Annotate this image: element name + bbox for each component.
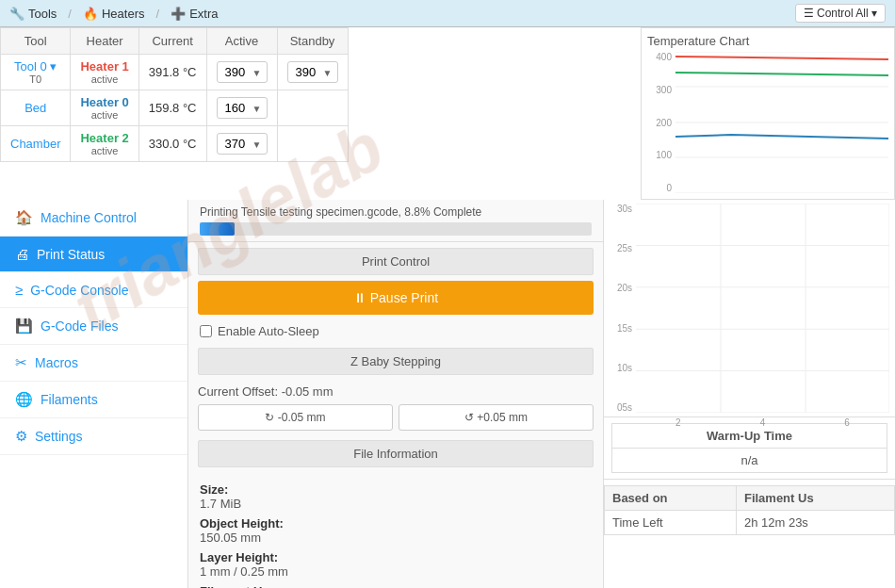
auto-sleep-row: Enable Auto-Sleep xyxy=(188,320,603,342)
pause-print-button[interactable]: ⏸ Pause Print xyxy=(198,281,594,315)
sidebar-item-gcode-files[interactable]: 💾 G-Code Files xyxy=(0,308,187,345)
file-info-header: File Information xyxy=(198,440,594,467)
main-wrapper: 🔧 Tools / 🔥 Heaters / ➕ Extra ☰ Control … xyxy=(0,0,895,588)
size-label: Size: xyxy=(200,482,592,497)
current-offset-label: Current Offset: -0.05 mm xyxy=(198,384,594,399)
tools-icon: 🔧 xyxy=(9,7,24,21)
time-left-value: 2h 12m 23s xyxy=(736,511,894,535)
col-current: Current xyxy=(138,28,206,55)
file-info-section: Size: 1.7 MiB Object Height: 150.05 mm L… xyxy=(188,473,603,588)
auto-sleep-checkbox[interactable] xyxy=(200,325,212,337)
heaters-icon: 🔥 xyxy=(83,7,98,21)
filament-usage-label: Filament Usage: xyxy=(200,584,592,588)
heater-1-status: active xyxy=(80,74,128,85)
active-select-1[interactable]: 160 xyxy=(217,97,268,119)
x-axis-labels: 2 4 6 xyxy=(636,416,889,430)
temp-chart-panel: Temperature Chart 400 300 200 100 0 xyxy=(641,27,895,200)
top-toolbar: 🔧 Tools / 🔥 Heaters / ➕ Extra ☰ Control … xyxy=(0,0,895,27)
print-status-bar: Printing Tensile testing specimen.gcode,… xyxy=(188,200,603,242)
right-panel: 30s 25s 20s 15s 10s 05s xyxy=(603,200,895,588)
size-value: 1.7 MiB xyxy=(200,497,241,511)
right-chart-svg xyxy=(636,204,889,413)
print-control-header: Print Control xyxy=(198,248,594,275)
based-on-table: Based on Filament Us Time Left 2h 12m 23… xyxy=(604,485,895,535)
tab-tools[interactable]: 🔧 Tools xyxy=(9,7,57,21)
active-select-2[interactable]: 370 xyxy=(217,133,268,155)
control-all-button[interactable]: ☰ Control All ▾ xyxy=(795,4,886,23)
object-height-value: 150.05 mm xyxy=(200,531,261,545)
heater-0-name: Heater 0 xyxy=(80,95,128,109)
tab-heaters[interactable]: 🔥 Heaters xyxy=(83,7,145,21)
heater-1-name: Heater 1 xyxy=(80,59,128,74)
z-stepping-section: Current Offset: -0.05 mm ↻ -0.05 mm ↺ +0… xyxy=(188,381,603,434)
table-row: Tool 0 ▾ T0 Heater 1 active 391.8 °C 390… xyxy=(1,55,349,90)
content-area: 🏠 Machine Control 🖨 Print Status ≥ G-Cod… xyxy=(0,200,895,588)
col-tool: Tool xyxy=(1,28,71,55)
layer-height-label: Layer Height: xyxy=(200,550,592,564)
col-active: Active xyxy=(206,28,277,55)
tool-0-link[interactable]: Tool 0 ▾ xyxy=(14,59,57,74)
active-select-0[interactable]: 390 xyxy=(217,61,268,83)
warm-up-table: Warm-Up Time n/a xyxy=(611,423,887,473)
center-panel: Printing Tensile testing specimen.gcode,… xyxy=(188,200,603,588)
heater-table-container: Tool Heater Current Active Standby Tool … xyxy=(0,27,641,200)
extra-icon: ➕ xyxy=(171,7,186,21)
bed-link[interactable]: Bed xyxy=(24,101,46,115)
sidebar-item-filaments[interactable]: 🌐 Filaments xyxy=(0,382,187,418)
active-select-2-wrapper: 370 ▼ xyxy=(217,133,268,155)
heater-2-name: Heater 2 xyxy=(80,131,128,145)
chamber-link[interactable]: Chamber xyxy=(10,137,60,151)
progress-bar-inner xyxy=(200,222,235,236)
temp-chart-area: 400 300 200 100 0 xyxy=(647,52,888,193)
col-heater: Heater xyxy=(71,28,138,55)
temp-chart-title: Temperature Chart xyxy=(647,34,888,48)
table-row: Bed Heater 0 active 159.8 °C 160 ▼ xyxy=(1,90,349,126)
progress-bar-outer xyxy=(200,222,592,236)
home-icon: 🏠 xyxy=(15,209,33,226)
sidebar-item-gcode-console[interactable]: ≥ G-Code Console xyxy=(0,272,187,308)
filaments-icon: 🌐 xyxy=(15,391,33,408)
tool-0-sub: T0 xyxy=(10,74,60,85)
active-select-1-wrapper: 160 ▼ xyxy=(217,97,268,119)
active-select-0-wrapper: 390 ▼ xyxy=(217,61,268,83)
files-icon: 💾 xyxy=(15,318,33,335)
table-row: Time Left 2h 12m 23s xyxy=(605,511,895,535)
macros-icon: ✂ xyxy=(15,354,27,371)
table-row: Chamber Heater 2 active 330.0 °C 370 ▼ xyxy=(1,126,349,162)
based-on-col-header: Based on xyxy=(605,486,737,511)
sidebar-item-print-status[interactable]: 🖨 Print Status xyxy=(0,237,187,272)
z-btn-row: ↻ -0.05 mm ↺ +0.05 mm xyxy=(198,404,594,431)
sidebar-item-macros[interactable]: ✂ Macros xyxy=(0,345,187,382)
filament-usage-col-header: Filament Us xyxy=(736,486,894,511)
heater-section: Tool Heater Current Active Standby Tool … xyxy=(0,27,895,200)
heater-2-status: active xyxy=(80,145,128,156)
tab-extra[interactable]: ➕ Extra xyxy=(171,7,218,21)
layer-height-value: 1 mm / 0.25 mm xyxy=(200,564,288,579)
heater-table: Tool Heater Current Active Standby Tool … xyxy=(0,27,349,162)
z-minus-button[interactable]: ↻ -0.05 mm xyxy=(198,404,393,431)
current-1: 159.8 °C xyxy=(138,90,206,126)
settings-icon: ⚙ xyxy=(15,428,27,445)
standby-select-0-wrapper: 390 ▼ xyxy=(287,61,338,83)
warm-up-value: n/a xyxy=(612,449,887,473)
standby-select-0[interactable]: 390 xyxy=(287,61,338,83)
right-y-axis: 30s 25s 20s 15s 10s 05s xyxy=(610,204,636,413)
sidebar: 🏠 Machine Control 🖨 Print Status ≥ G-Cod… xyxy=(0,200,188,588)
auto-sleep-label: Enable Auto-Sleep xyxy=(218,324,319,338)
sidebar-item-settings[interactable]: ⚙ Settings xyxy=(0,418,187,455)
time-left-label: Time Left xyxy=(605,511,737,535)
print-icon: 🖨 xyxy=(15,246,29,262)
heater-0-status: active xyxy=(80,109,128,121)
temp-chart-svg xyxy=(675,52,888,193)
temp-chart-y-axis: 400 300 200 100 0 xyxy=(647,52,675,193)
z-plus-button[interactable]: ↺ +0.05 mm xyxy=(399,404,594,431)
print-file-name: Printing Tensile testing specimen.gcode,… xyxy=(200,205,481,219)
right-chart-area: 2 4 6 xyxy=(636,204,889,413)
z-stepping-header: Z Baby Stepping xyxy=(198,348,594,375)
current-2: 330.0 °C xyxy=(138,126,206,162)
current-0: 391.8 °C xyxy=(138,55,206,90)
sidebar-item-machine-control[interactable]: 🏠 Machine Control xyxy=(0,200,187,237)
object-height-label: Object Height: xyxy=(200,516,592,531)
col-standby: Standby xyxy=(277,28,348,55)
right-chart-container: 30s 25s 20s 15s 10s 05s xyxy=(604,200,895,416)
